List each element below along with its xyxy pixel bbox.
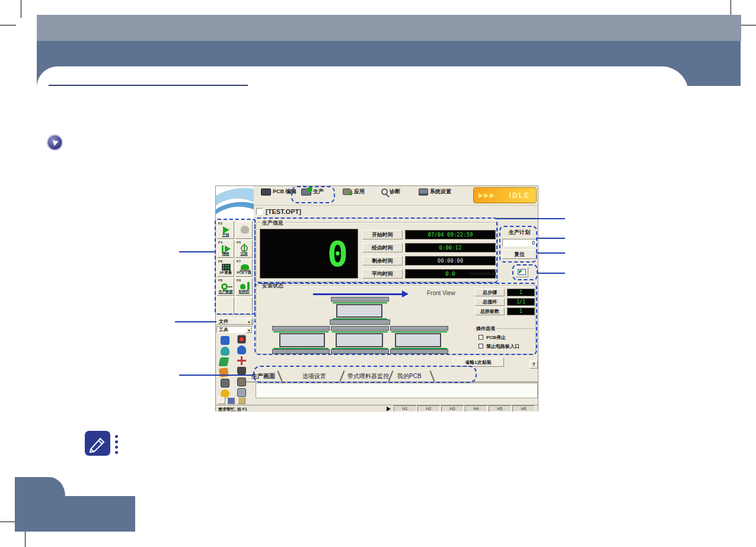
fbutton-label: 3P 数量 (218, 270, 234, 276)
conveyor-rail-green (332, 331, 388, 332)
fbutton-label: 助焊剂 (236, 289, 252, 295)
job-title-bar: [TEST.OPT] (254, 206, 539, 218)
tab-tape-feeder-monitor[interactable]: 带式喂料器监控 (347, 372, 389, 380)
total-cycles-value: 1/1 (507, 298, 535, 306)
board-tool-icon[interactable] (218, 357, 229, 366)
flow-arrow-line (313, 293, 402, 295)
person-tool-icon[interactable] (221, 347, 229, 356)
chevron-down-icon: ▼ (246, 327, 252, 333)
total-cycles-label: 总循环 (475, 298, 505, 306)
head-cell-5[interactable]: H5 (489, 405, 511, 412)
flow-arrow-head-icon (402, 290, 409, 298)
head-cell-1[interactable]: H1 (394, 405, 416, 412)
chevron-down-icon: ▼ (246, 319, 252, 325)
cropmark-bottom-left-v (25, 529, 25, 547)
letter-tool-icon[interactable] (221, 379, 229, 388)
fbutton-production-data[interactable]: F8 生产数据 (217, 278, 234, 296)
fkey-label: F9 (237, 279, 241, 283)
toolbar-tab-production[interactable]: 生产 (301, 188, 324, 204)
fbutton-label: 开始 (218, 232, 234, 238)
tab-divider (277, 370, 283, 381)
brand-logo-area (216, 186, 254, 220)
fbutton-flux[interactable]: F9 助焊剂 (235, 278, 253, 296)
ime-icon[interactable] (218, 397, 225, 404)
status-help-text: 需求帮忙, 按 F1 (218, 407, 247, 412)
cross-tool-icon[interactable] (237, 356, 246, 365)
pcb-stop-label: PCB停止 (486, 334, 506, 341)
pcb-stop-checkbox[interactable] (479, 335, 483, 340)
job-file-name: [TEST.OPT] (266, 208, 301, 215)
pencil-icon (85, 431, 110, 456)
toolbar-tab-diagnosis[interactable]: 诊断 (381, 188, 400, 204)
elapsed-time-label: 经由时间 (362, 243, 403, 252)
tab-production-screen[interactable]: 生产画面 (251, 372, 275, 380)
people-tool-icon[interactable] (237, 346, 246, 354)
home-tool-icon[interactable] (221, 336, 229, 345)
fkey-label: F6 (218, 260, 222, 264)
folder-icon[interactable] (238, 397, 245, 404)
tab-divider (430, 370, 435, 381)
note-dot (115, 435, 118, 438)
section-play-icon (47, 135, 63, 151)
software-screenshot: PCB 编辑 生产 应用 诊断 系统设置 ▶▶▶ IDLE [TEST.OPT (215, 185, 538, 411)
job-file-icon (256, 208, 263, 215)
front-view-label: Front View (427, 290, 455, 296)
header-content-curve (37, 66, 688, 94)
toolbar-tab-label: 系统设置 (430, 188, 451, 194)
panel-tool-icon[interactable] (237, 388, 246, 397)
head-cell-6[interactable]: H6 (512, 405, 535, 412)
board-entry-disable-checkbox[interactable] (479, 344, 483, 348)
leader-line-rate-icon (538, 273, 565, 274)
cropmark-top-left-v (21, 0, 21, 18)
note-dot (115, 451, 118, 454)
fbutton-continue[interactable]: F4 继续 (217, 240, 234, 258)
head-pointer-icon (387, 407, 391, 411)
conveyor-bar (272, 326, 330, 331)
fbutton-empty (235, 297, 253, 315)
conveyor-bar (390, 326, 448, 331)
star-tool-icon[interactable] (237, 335, 246, 344)
machine-module (279, 333, 325, 347)
toolbar-tab-system-setup[interactable]: 系统设置 (419, 188, 451, 204)
conveyor-bar (331, 297, 389, 302)
save-disk-icon[interactable] (227, 397, 235, 404)
sidebar-dropdown-tools[interactable]: 工具 ▼ (216, 326, 253, 333)
head-cell-4[interactable]: H4 (465, 405, 487, 412)
conveyor-bar (330, 319, 390, 325)
pcb-out-icon (241, 264, 249, 270)
skip-placement-button[interactable]: 省略1次贴装 (452, 357, 504, 367)
log-content-area (256, 383, 538, 398)
head-cell-2[interactable]: H2 (417, 405, 440, 412)
fbutton-start[interactable]: F2 开始 (217, 221, 234, 239)
fbutton-finish[interactable]: F5 完成 (235, 240, 253, 258)
reset-button[interactable]: 复位 (502, 249, 537, 259)
tab-divider (340, 370, 345, 381)
toolbar-tab-pcb-edit[interactable]: PCB 编辑 (261, 188, 296, 204)
pencil-tool-icon[interactable] (219, 367, 229, 378)
fkey-label: F2 (218, 222, 222, 226)
fbutton-stop[interactable] (235, 221, 253, 239)
operation-options-title: 操作选项 (475, 325, 496, 332)
cropmark-bottom-left-h (0, 522, 17, 522)
leader-line-tabs (179, 375, 254, 376)
help-button[interactable]: ? (529, 360, 538, 369)
fbutton-label: PCB下线 (236, 270, 252, 276)
start-time-value: 07/04 09:22:59 (405, 230, 496, 239)
toolbar-tab-application[interactable]: 应用 (343, 188, 365, 204)
machine-module (336, 304, 382, 318)
start-time-label: 开始时间 (362, 230, 403, 239)
tab-option-settings[interactable]: 选项设置 (302, 372, 326, 380)
elapsed-time-value: 0:00:12 (405, 243, 496, 252)
fkey-label: F5 (237, 241, 241, 245)
header-band-light (37, 15, 741, 41)
production-plan-input[interactable] (502, 239, 537, 247)
average-time-label: 平均时间 (362, 269, 403, 279)
fbutton-counter[interactable]: F6 3P 数量 (217, 259, 234, 277)
head-cell-3[interactable]: H3 (441, 405, 464, 412)
sidebar-dropdown-file[interactable]: 文件 ▼ (216, 318, 253, 325)
rate-chart-button[interactable] (515, 267, 528, 277)
production-monitor-icon (301, 188, 311, 196)
fbutton-pcb-out[interactable]: F7 PCB下线 (235, 259, 253, 277)
toolbar-tab-label: 诊断 (390, 188, 400, 194)
tab-my-pcb[interactable]: 我的PCB (397, 372, 422, 380)
